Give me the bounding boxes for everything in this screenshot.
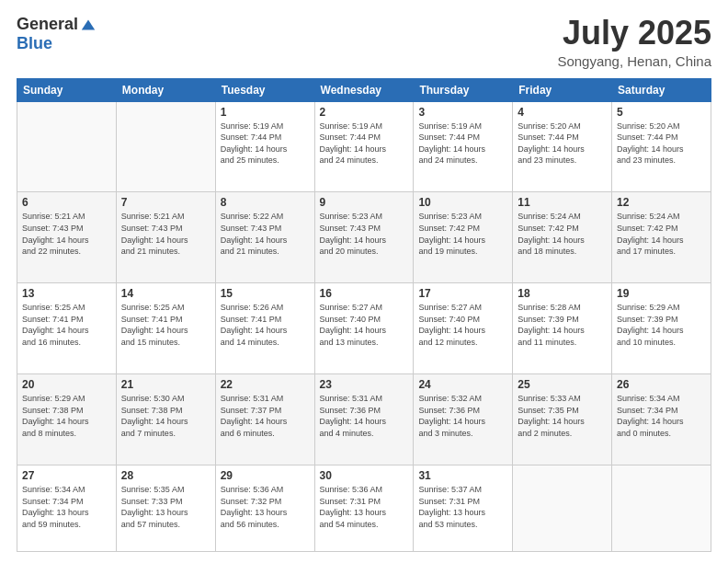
day-number: 5 (617, 106, 706, 119)
day-info: Sunrise: 5:31 AM Sunset: 7:37 PM Dayligh… (221, 393, 310, 439)
day-number: 16 (320, 287, 409, 300)
table-row: 31Sunrise: 5:37 AM Sunset: 7:31 PM Dayli… (414, 465, 513, 551)
table-row: 30Sunrise: 5:36 AM Sunset: 7:31 PM Dayli… (314, 465, 414, 551)
day-info: Sunrise: 5:28 AM Sunset: 7:39 PM Dayligh… (518, 302, 607, 348)
day-number: 29 (221, 469, 310, 482)
day-number: 2 (320, 106, 409, 119)
table-row: 15Sunrise: 5:26 AM Sunset: 7:41 PM Dayli… (215, 283, 314, 374)
table-row: 4Sunrise: 5:20 AM Sunset: 7:44 PM Daylig… (513, 101, 612, 192)
day-number: 20 (22, 378, 111, 391)
table-row: 14Sunrise: 5:25 AM Sunset: 7:41 PM Dayli… (116, 283, 215, 374)
table-row: 19Sunrise: 5:29 AM Sunset: 7:39 PM Dayli… (612, 283, 711, 374)
day-info: Sunrise: 5:35 AM Sunset: 7:33 PM Dayligh… (121, 484, 210, 530)
day-info: Sunrise: 5:30 AM Sunset: 7:38 PM Dayligh… (121, 393, 210, 439)
day-info: Sunrise: 5:36 AM Sunset: 7:32 PM Dayligh… (221, 484, 310, 530)
day-number: 14 (121, 287, 210, 300)
day-number: 27 (22, 469, 111, 482)
logo-blue: Blue (17, 34, 52, 53)
day-info: Sunrise: 5:24 AM Sunset: 7:42 PM Dayligh… (518, 211, 607, 257)
day-info: Sunrise: 5:29 AM Sunset: 7:39 PM Dayligh… (617, 302, 706, 348)
day-number: 9 (320, 196, 409, 209)
table-row: 1Sunrise: 5:19 AM Sunset: 7:44 PM Daylig… (215, 101, 314, 192)
day-info: Sunrise: 5:23 AM Sunset: 7:42 PM Dayligh… (418, 211, 507, 257)
day-info: Sunrise: 5:19 AM Sunset: 7:44 PM Dayligh… (418, 121, 507, 167)
day-info: Sunrise: 5:25 AM Sunset: 7:41 PM Dayligh… (22, 302, 111, 348)
day-number: 18 (518, 287, 607, 300)
col-monday: Monday (116, 78, 215, 101)
table-row: 27Sunrise: 5:34 AM Sunset: 7:34 PM Dayli… (17, 465, 117, 551)
col-wednesday: Wednesday (314, 78, 414, 101)
day-number: 12 (617, 196, 706, 209)
day-number: 8 (221, 196, 310, 209)
day-number: 19 (617, 287, 706, 300)
table-row: 11Sunrise: 5:24 AM Sunset: 7:42 PM Dayli… (513, 192, 612, 283)
day-number: 21 (121, 378, 210, 391)
table-row: 25Sunrise: 5:33 AM Sunset: 7:35 PM Dayli… (513, 374, 612, 465)
day-number: 4 (518, 106, 607, 119)
header: General Blue July 2025 Songyang, Henan, … (17, 15, 711, 69)
day-info: Sunrise: 5:29 AM Sunset: 7:38 PM Dayligh… (22, 393, 111, 439)
svg-marker-0 (82, 19, 95, 29)
col-tuesday: Tuesday (215, 78, 314, 101)
day-info: Sunrise: 5:20 AM Sunset: 7:44 PM Dayligh… (518, 121, 607, 167)
day-info: Sunrise: 5:34 AM Sunset: 7:34 PM Dayligh… (617, 393, 706, 439)
day-number: 6 (22, 196, 111, 209)
day-info: Sunrise: 5:26 AM Sunset: 7:41 PM Dayligh… (221, 302, 310, 348)
logo-icon (80, 17, 97, 33)
day-number: 31 (418, 469, 507, 482)
day-number: 13 (22, 287, 111, 300)
day-info: Sunrise: 5:33 AM Sunset: 7:35 PM Dayligh… (518, 393, 607, 439)
table-row: 12Sunrise: 5:24 AM Sunset: 7:42 PM Dayli… (612, 192, 711, 283)
calendar-week-3: 20Sunrise: 5:29 AM Sunset: 7:38 PM Dayli… (17, 374, 711, 465)
calendar-week-2: 13Sunrise: 5:25 AM Sunset: 7:41 PM Dayli… (17, 283, 711, 374)
calendar-table: Sunday Monday Tuesday Wednesday Thursday… (17, 78, 711, 552)
location-title: Songyang, Henan, China (557, 53, 711, 69)
day-number: 28 (121, 469, 210, 482)
col-thursday: Thursday (414, 78, 513, 101)
calendar-week-0: 1Sunrise: 5:19 AM Sunset: 7:44 PM Daylig… (17, 101, 711, 192)
page: General Blue July 2025 Songyang, Henan, … (0, 0, 728, 563)
day-number: 7 (121, 196, 210, 209)
table-row: 13Sunrise: 5:25 AM Sunset: 7:41 PM Dayli… (17, 283, 117, 374)
day-info: Sunrise: 5:19 AM Sunset: 7:44 PM Dayligh… (320, 121, 409, 167)
day-info: Sunrise: 5:20 AM Sunset: 7:44 PM Dayligh… (617, 121, 706, 167)
title-block: July 2025 Songyang, Henan, China (557, 15, 711, 69)
table-row: 29Sunrise: 5:36 AM Sunset: 7:32 PM Dayli… (215, 465, 314, 551)
day-info: Sunrise: 5:34 AM Sunset: 7:34 PM Dayligh… (22, 484, 111, 530)
table-row: 23Sunrise: 5:31 AM Sunset: 7:36 PM Dayli… (314, 374, 414, 465)
day-info: Sunrise: 5:27 AM Sunset: 7:40 PM Dayligh… (320, 302, 409, 348)
day-info: Sunrise: 5:32 AM Sunset: 7:36 PM Dayligh… (418, 393, 507, 439)
day-number: 25 (518, 378, 607, 391)
day-number: 3 (418, 106, 507, 119)
day-number: 26 (617, 378, 706, 391)
day-number: 17 (418, 287, 507, 300)
header-row: Sunday Monday Tuesday Wednesday Thursday… (17, 78, 711, 101)
day-info: Sunrise: 5:21 AM Sunset: 7:43 PM Dayligh… (22, 211, 111, 257)
table-row (17, 101, 117, 192)
col-saturday: Saturday (612, 78, 711, 101)
table-row: 24Sunrise: 5:32 AM Sunset: 7:36 PM Dayli… (414, 374, 513, 465)
day-info: Sunrise: 5:24 AM Sunset: 7:42 PM Dayligh… (617, 211, 706, 257)
table-row: 2Sunrise: 5:19 AM Sunset: 7:44 PM Daylig… (314, 101, 414, 192)
logo-general: General (17, 15, 78, 34)
day-info: Sunrise: 5:25 AM Sunset: 7:41 PM Dayligh… (121, 302, 210, 348)
day-number: 22 (221, 378, 310, 391)
table-row (612, 465, 711, 551)
day-info: Sunrise: 5:27 AM Sunset: 7:40 PM Dayligh… (418, 302, 507, 348)
day-number: 1 (221, 106, 310, 119)
col-sunday: Sunday (17, 78, 117, 101)
day-info: Sunrise: 5:23 AM Sunset: 7:43 PM Dayligh… (320, 211, 409, 257)
day-number: 23 (320, 378, 409, 391)
table-row (116, 101, 215, 192)
day-number: 10 (418, 196, 507, 209)
table-row: 26Sunrise: 5:34 AM Sunset: 7:34 PM Dayli… (612, 374, 711, 465)
table-row: 9Sunrise: 5:23 AM Sunset: 7:43 PM Daylig… (314, 192, 414, 283)
table-row: 21Sunrise: 5:30 AM Sunset: 7:38 PM Dayli… (116, 374, 215, 465)
day-info: Sunrise: 5:21 AM Sunset: 7:43 PM Dayligh… (121, 211, 210, 257)
table-row: 18Sunrise: 5:28 AM Sunset: 7:39 PM Dayli… (513, 283, 612, 374)
table-row: 20Sunrise: 5:29 AM Sunset: 7:38 PM Dayli… (17, 374, 117, 465)
day-number: 24 (418, 378, 507, 391)
day-info: Sunrise: 5:37 AM Sunset: 7:31 PM Dayligh… (418, 484, 507, 530)
month-title: July 2025 (557, 15, 711, 52)
table-row: 5Sunrise: 5:20 AM Sunset: 7:44 PM Daylig… (612, 101, 711, 192)
